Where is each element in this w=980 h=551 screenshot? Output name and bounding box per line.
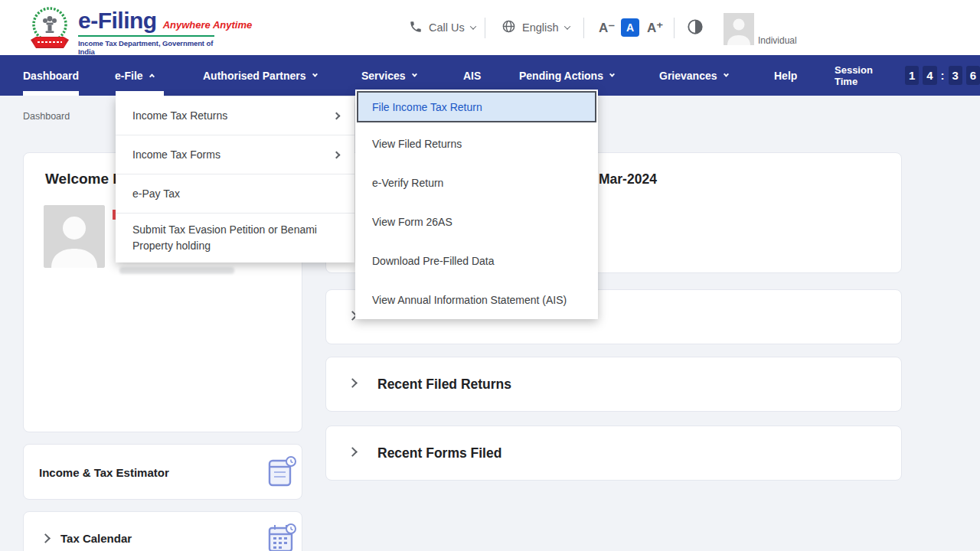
submenu-item-label: View Annual Information Statement (AIS) [372,294,567,306]
header-divider [674,18,675,38]
chevron-up-icon [149,73,155,79]
efile-dropdown-menu: Income Tax Returns Income Tax Forms e-Pa… [116,96,354,262]
call-us-button[interactable]: Call Us [409,0,475,55]
recent-filed-returns-title: Recent Filed Returns [377,377,511,393]
font-decrease-label: A⁻ [599,20,615,36]
income-tax-estimator-card[interactable]: Income & Tax Estimator [23,444,302,500]
session-time-label: Session Time [835,64,896,87]
menu-item-income-tax-returns[interactable]: Income Tax Returns [116,96,354,135]
chevron-down-icon [723,72,728,77]
chevron-down-icon [312,72,318,77]
menu-item-label: Income Tax Returns [132,108,227,124]
submenu-item-label: View Form 26AS [372,216,452,228]
menu-item-epay-tax[interactable]: e-Pay Tax [116,174,354,214]
calendar-icon [267,521,296,551]
chevron-down-icon [609,72,615,77]
font-default-button[interactable]: A [621,0,639,55]
income-tax-emblem-icon [28,5,72,56]
recent-forms-filed-title: Recent Forms Filed [377,445,501,461]
submenu-item-label: View Filed Returns [372,138,462,150]
top-header: e-Filing Anywhere Anytime Income Tax Dep… [0,0,980,55]
calculator-icon [267,455,296,492]
menu-item-label: Income Tax Forms [132,147,220,163]
chevron-right-icon [333,151,341,158]
efiling-logo[interactable]: e-Filing Anywhere Anytime Income Tax Dep… [28,5,252,56]
header-divider [485,18,485,38]
obscured-text [119,267,234,274]
recent-filed-returns-card[interactable]: Recent Filed Returns [325,357,902,412]
chevron-down-icon [412,72,417,77]
chevron-down-icon [469,23,475,29]
phone-icon [409,20,423,36]
nav-services-label: Services [361,70,406,82]
chevron-right-icon [348,447,358,457]
active-tab-indicator [23,91,79,96]
contrast-icon [687,18,704,37]
font-increase-label: A⁺ [647,20,663,36]
chevron-right-icon [333,112,341,119]
chevron-right-icon [348,378,358,388]
nav-help[interactable]: Help [774,55,797,96]
session-timer: Session Time 1 4 : 3 6 [835,55,980,96]
summary-visible-text: Mar-2024 [599,171,657,187]
contrast-toggle[interactable] [687,0,704,55]
session-digit: 3 [949,66,962,85]
submenu-item-download-prefilled-data[interactable]: Download Pre-Filled Data [355,241,598,280]
nav-help-label: Help [774,70,797,82]
income-tax-returns-submenu: File Income Tax Return View Filed Return… [355,90,598,319]
nav-pending-actions-label: Pending Actions [519,70,603,82]
profile-avatar [44,205,105,268]
submenu-item-file-income-tax-return[interactable]: File Income Tax Return [357,91,596,122]
font-increase-button[interactable]: A⁺ [647,0,663,55]
recent-forms-filed-card[interactable]: Recent Forms Filed [325,425,902,481]
submenu-item-view-filed-returns[interactable]: View Filed Returns [355,124,598,163]
menu-item-tax-evasion-petition[interactable]: Submit Tax Evasion Petition or Benami Pr… [116,214,354,262]
globe-icon [501,19,516,36]
session-digit: 1 [905,66,919,85]
logo-subtitle: Income Tax Department, Government of Ind… [78,39,220,56]
call-us-label: Call Us [429,21,465,34]
nav-dashboard-label: Dashboard [23,70,79,82]
logo-title: e-Filing [78,8,157,34]
nav-efile-label: e-File [115,70,143,82]
session-digit: 6 [966,66,980,85]
user-type-label: Individual [758,35,797,46]
font-default-label: A [621,18,639,37]
logo-tagline: Anywhere Anytime [163,19,253,31]
language-selector[interactable]: English [501,0,570,55]
breadcrumb: Dashboard [23,111,70,122]
nav-grievances-label: Grievances [659,70,717,82]
welcome-greeting: Welcome E [45,171,122,187]
language-label: English [522,21,559,34]
menu-item-label: Submit Tax Evasion Petition or Benami Pr… [132,222,324,254]
menu-item-label: e-Pay Tax [132,186,180,202]
font-decrease-button[interactable]: A⁻ [599,0,615,55]
menu-item-income-tax-forms[interactable]: Income Tax Forms [116,135,354,174]
nav-authorised-partners[interactable]: Authorised Partners [203,55,317,96]
tax-calendar-card[interactable]: Tax Calendar [23,511,302,551]
efile-menu-connector [116,91,164,97]
nav-dashboard[interactable]: Dashboard [23,55,79,96]
nav-ais-label: AIS [463,70,481,82]
tax-calendar-title: Tax Calendar [60,532,132,545]
session-colon: : [941,69,945,82]
estimator-title: Income & Tax Estimator [39,466,169,479]
chevron-right-icon [41,533,51,543]
user-avatar[interactable] [724,13,754,45]
session-digit: 4 [923,66,936,85]
submenu-item-label: File Income Tax Return [372,101,482,113]
nav-authorised-partners-label: Authorised Partners [203,70,306,82]
submenu-item-everify-return[interactable]: e-Verify Return [355,163,598,202]
submenu-item-label: e-Verify Return [372,177,443,189]
submenu-item-label: Download Pre-Filled Data [372,255,495,267]
submenu-item-view-ais[interactable]: View Annual Information Statement (AIS) [355,280,598,319]
submenu-item-view-form-26as[interactable]: View Form 26AS [355,202,598,241]
chevron-down-icon [564,23,570,29]
header-divider [583,18,584,38]
nav-efile[interactable]: e-File [115,55,154,96]
logo-divider [78,35,214,37]
nav-grievances[interactable]: Grievances [659,55,728,96]
